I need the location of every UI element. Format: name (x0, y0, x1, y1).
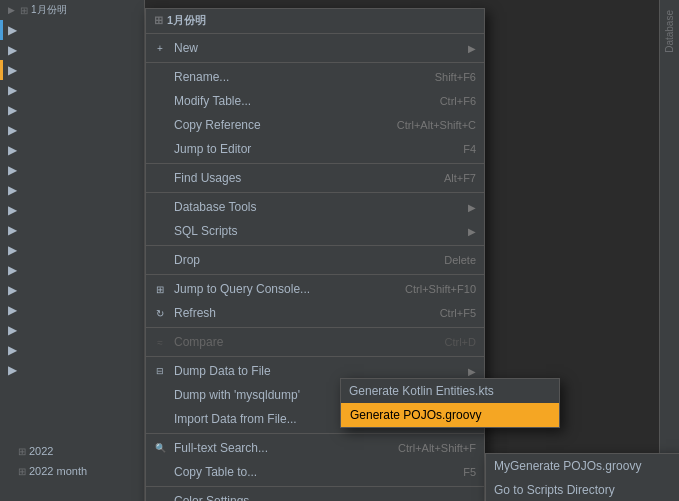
menu-item-jump-query-console[interactable]: ⊞ Jump to Query Console... Ctrl+Shift+F1… (146, 277, 484, 301)
tree-arrow: ▶ (8, 103, 17, 117)
menu-item-label: Rename... (174, 70, 229, 84)
submenu-item-goto-scripts[interactable]: Go to Scripts Directory (486, 478, 679, 501)
sidebar-row: ▶ (0, 40, 144, 60)
sidebar-row: ▶ (0, 160, 144, 180)
sidebar-2022-month: ⊞ 2022 month (0, 461, 144, 481)
sidebar-item: ▶ ⊞ 1月份明 (0, 0, 144, 20)
table-icon-small: ⊞ (18, 466, 26, 477)
sidebar-row: ▶ (0, 320, 144, 340)
sidebar-row: ▶ (0, 120, 144, 140)
submenu-item-mygenerate[interactable]: MyGenerate POJOs.groovy (486, 454, 679, 478)
menu-item-copy-table[interactable]: Copy Table to... F5 (146, 460, 484, 484)
search-icon: 🔍 (152, 440, 168, 456)
submenu-item-label: Generate Kotlin Entities.kts (349, 384, 494, 398)
menu-item-label: Full-text Search... (174, 441, 268, 455)
sidebar-row: ▶ (0, 220, 144, 240)
blue-indicator (0, 20, 3, 40)
sidebar-row: ▶ (0, 200, 144, 220)
submenu-item-label: MyGenerate POJOs.groovy (494, 459, 641, 473)
menu-item-label: Drop (174, 253, 200, 267)
tree-arrow: ▶ (8, 23, 17, 37)
menu-item-label: Import Data from File... (174, 412, 297, 426)
sidebar-row: ▶ (0, 240, 144, 260)
shortcut-label: F5 (463, 466, 476, 478)
shortcut-label: F4 (463, 143, 476, 155)
tree-arrow: ▶ (8, 63, 17, 77)
menu-item-label: Compare (174, 335, 223, 349)
separator (146, 33, 484, 34)
tree-arrow: ▶ (8, 43, 17, 57)
separator (146, 327, 484, 328)
menu-item-drop[interactable]: Drop Delete (146, 248, 484, 272)
menu-item-label: Jump to Query Console... (174, 282, 310, 296)
yellow-indicator (0, 60, 3, 80)
menu-item-copy-reference[interactable]: Copy Reference Ctrl+Alt+Shift+C (146, 113, 484, 137)
menu-item-label: Dump Data to File (174, 364, 271, 378)
tree-arrow: ▶ (8, 143, 17, 157)
menu-item-label: SQL Scripts (174, 224, 238, 238)
menu-item-jump-editor[interactable]: Jump to Editor F4 (146, 137, 484, 161)
sidebar-row: ▶ (0, 60, 144, 80)
menu-item-find-usages[interactable]: Find Usages Alt+F7 (146, 166, 484, 190)
sidebar-row: ▶ (0, 360, 144, 380)
console-icon: ⊞ (152, 281, 168, 297)
shortcut-label: Shift+F6 (435, 71, 476, 83)
shortcut-label: Ctrl+F6 (440, 95, 476, 107)
menu-item-label: Dump with 'mysqldump' (174, 388, 300, 402)
separator (146, 245, 484, 246)
menu-header-text: 1月份明 (167, 13, 206, 28)
menu-item-fulltext-search[interactable]: 🔍 Full-text Search... Ctrl+Alt+Shift+F (146, 436, 484, 460)
submenu-item-pojos[interactable]: Generate POJOs.groovy (341, 403, 559, 427)
tree-arrow: ▶ (8, 123, 17, 137)
shortcut-label: Ctrl+Alt+Shift+C (397, 119, 476, 131)
tree-arrow: ▶ (8, 323, 17, 337)
submenu-item-kotlin[interactable]: Generate Kotlin Entities.kts (341, 379, 559, 403)
menu-header: ⊞ 1月份明 (146, 9, 484, 31)
submenu-arrow-icon: ▶ (468, 43, 476, 54)
compare-icon: ≈ (152, 334, 168, 350)
submenu-arrow-icon: ▶ (468, 226, 476, 237)
sidebar-row: ▶ (0, 280, 144, 300)
sidebar-row: ▶ (0, 180, 144, 200)
tree-arrow: ▶ (8, 263, 17, 277)
separator (146, 356, 484, 357)
submenu-arrow-icon: ▶ (468, 202, 476, 213)
menu-item-label: Color Settings... (174, 494, 259, 501)
tree-arrow: ▶ (8, 243, 17, 257)
menu-item-rename[interactable]: Rename... Shift+F6 (146, 65, 484, 89)
menu-item-refresh[interactable]: ↻ Refresh Ctrl+F5 (146, 301, 484, 325)
table-icon-small: ⊞ (18, 446, 26, 457)
shortcut-label: Ctrl+F5 (440, 307, 476, 319)
shortcut-label: Alt+F7 (444, 172, 476, 184)
menu-item-new[interactable]: + New ▶ (146, 36, 484, 60)
right-sidebar: Database (659, 0, 679, 501)
tree-arrow: ▶ (8, 83, 17, 97)
tree-arrow: ▶ (8, 183, 17, 197)
menu-item-label: Copy Reference (174, 118, 261, 132)
dump-icon: ⊟ (152, 363, 168, 379)
tree-arrow: ▶ (8, 5, 18, 15)
scripted-extensions-submenu: Generate Kotlin Entities.kts Generate PO… (340, 378, 560, 428)
menu-item-compare[interactable]: ≈ Compare Ctrl+D (146, 330, 484, 354)
separator (146, 192, 484, 193)
sidebar-row: ▶ (0, 20, 144, 40)
sidebar-row: ▶ (0, 140, 144, 160)
separator (146, 486, 484, 487)
submenu-arrow-icon: ▶ (468, 366, 476, 377)
menu-item-sql-scripts[interactable]: SQL Scripts ▶ (146, 219, 484, 243)
tree-arrow: ▶ (8, 163, 17, 177)
menu-item-label: Copy Table to... (174, 465, 257, 479)
sidebar-row: ▶ (0, 340, 144, 360)
table-icon: ⊞ (20, 5, 28, 16)
menu-item-label: New (174, 41, 198, 55)
menu-item-database-tools[interactable]: Database Tools ▶ (146, 195, 484, 219)
sidebar-row: ▶ (0, 100, 144, 120)
shortcut-label: Delete (444, 254, 476, 266)
sidebar-row: ▶ (0, 300, 144, 320)
sidebar-row: ▶ (0, 80, 144, 100)
table-icon: ⊞ (154, 14, 163, 27)
menu-item-modify-table[interactable]: Modify Table... Ctrl+F6 (146, 89, 484, 113)
submenu-item-label: Go to Scripts Directory (494, 483, 615, 497)
menu-item-label: Database Tools (174, 200, 257, 214)
menu-item-color-settings[interactable]: Color Settings... (146, 489, 484, 501)
